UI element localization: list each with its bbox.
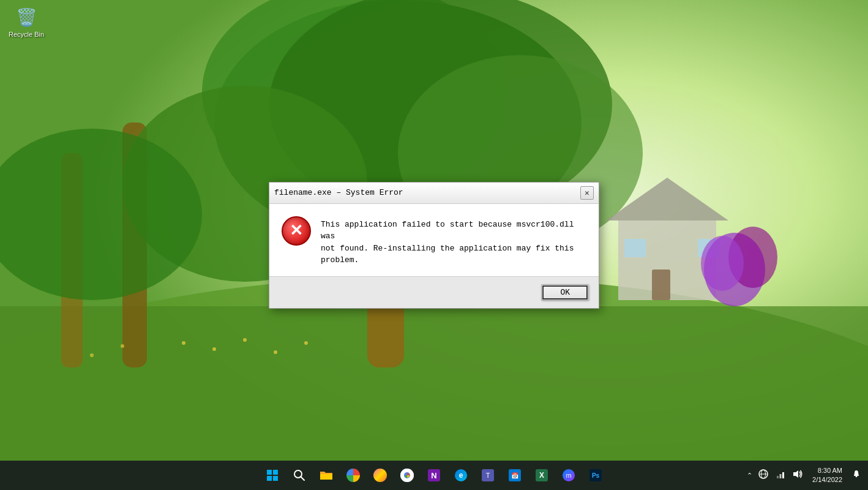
dialog-footer: OK — [269, 276, 599, 308]
dialog-close-button[interactable]: ✕ — [580, 186, 594, 200]
dialog-message-text: This application failed to start because… — [321, 216, 586, 266]
ok-button[interactable]: OK — [541, 284, 589, 301]
desktop: 🗑️ Recycle Bin filename.exe – System Err… — [0, 0, 868, 490]
dialog-title: filename.exe – System Error — [274, 188, 403, 197]
error-icon-container: ✕ — [282, 216, 311, 246]
dialog-titlebar: filename.exe – System Error ✕ — [269, 183, 599, 204]
dialog-overlay: filename.exe – System Error ✕ ✕ This app… — [0, 0, 868, 490]
error-x-symbol: ✕ — [290, 222, 303, 238]
error-dialog: filename.exe – System Error ✕ ✕ This app… — [269, 182, 599, 309]
dialog-content: ✕ This application failed to start becau… — [269, 204, 599, 276]
error-circle-icon: ✕ — [282, 216, 311, 246]
